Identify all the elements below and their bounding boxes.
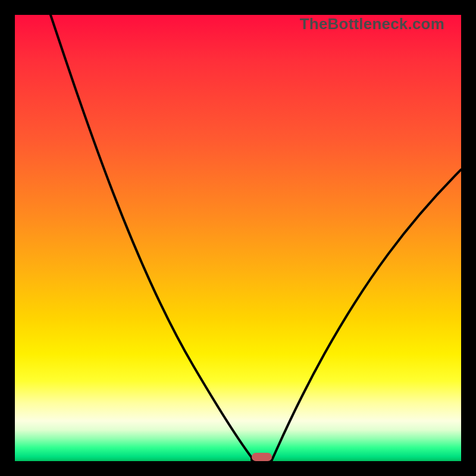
plot-area: TheBottleneck.com: [15, 15, 461, 461]
chart-frame: TheBottleneck.com: [0, 0, 476, 476]
bottleneck-curve: [15, 15, 461, 461]
optimal-marker: [252, 453, 272, 461]
